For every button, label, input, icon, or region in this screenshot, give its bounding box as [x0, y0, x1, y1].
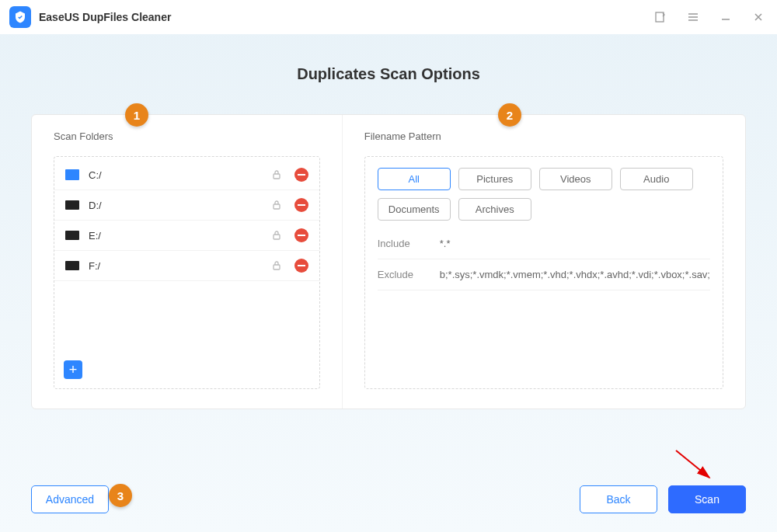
remove-folder-button[interactable]: [294, 198, 308, 212]
remove-folder-button[interactable]: [294, 228, 308, 242]
back-button[interactable]: Back: [580, 485, 657, 513]
lock-icon[interactable]: [270, 259, 284, 273]
folder-row[interactable]: D:/: [54, 190, 319, 221]
menu-icon[interactable]: [684, 8, 702, 26]
annotation-arrow: [672, 447, 719, 485]
filename-pattern-title: Filename Pattern: [364, 130, 723, 142]
scan-button[interactable]: Scan: [668, 485, 746, 513]
drive-icon: [65, 200, 79, 210]
drive-label: E:/: [89, 230, 270, 242]
minimize-icon[interactable]: [716, 8, 735, 26]
svg-rect-2: [274, 204, 280, 209]
category-audio[interactable]: Audio: [620, 168, 693, 190]
scan-folders-title: Scan Folders: [54, 130, 320, 142]
folder-row[interactable]: F:/: [54, 251, 319, 281]
add-folder-button[interactable]: +: [64, 360, 82, 379]
exclude-value: b;*.sys;*.vmdk;*.vmem;*.vhd;*.vhdx;*.avh…: [440, 269, 710, 280]
app-logo: [9, 6, 31, 28]
svg-line-5: [676, 450, 709, 478]
drive-icon: [65, 231, 79, 240]
filename-pattern-panel: Filename Pattern All Pictures Videos Aud…: [342, 115, 745, 409]
category-videos[interactable]: Videos: [539, 168, 612, 190]
include-field[interactable]: Include *.*: [378, 228, 710, 259]
scan-folders-panel: Scan Folders C:/ D:/ E:/: [32, 115, 342, 409]
drive-icon: [65, 169, 79, 180]
drive-icon: [65, 261, 79, 270]
drive-label: F:/: [89, 260, 270, 272]
remove-folder-button[interactable]: [294, 259, 308, 273]
svg-rect-3: [274, 235, 280, 239]
close-icon[interactable]: [749, 8, 768, 26]
category-documents[interactable]: Documents: [378, 198, 451, 221]
drive-label: C:/: [89, 169, 270, 181]
footer: Advanced Back Scan: [31, 485, 746, 513]
category-all[interactable]: All: [378, 168, 451, 190]
page-title: Duplicates Scan Options: [31, 65, 746, 83]
advanced-button[interactable]: Advanced: [31, 485, 109, 513]
app-title: EaseUS DupFiles Cleaner: [39, 11, 171, 23]
lock-icon[interactable]: [270, 168, 284, 182]
category-row: All Pictures Videos Audio: [378, 168, 710, 190]
lock-icon[interactable]: [270, 228, 284, 242]
exclude-field[interactable]: Exclude b;*.sys;*.vmdk;*.vmem;*.vhd;*.vh…: [378, 259, 710, 290]
svg-rect-1: [274, 174, 280, 179]
drive-label: D:/: [89, 200, 270, 211]
window-controls: [651, 8, 768, 26]
category-row: Documents Archives: [378, 198, 710, 221]
remove-folder-button[interactable]: [294, 168, 308, 182]
svg-rect-4: [274, 265, 280, 269]
options-panels: 1 2 Scan Folders C:/ D:/: [31, 114, 746, 409]
annotation-marker-3: 3: [109, 484, 132, 507]
include-value: *.*: [440, 238, 710, 249]
include-label: Include: [378, 238, 440, 249]
folder-row[interactable]: C:/: [54, 160, 319, 190]
exclude-label: Exclude: [378, 269, 440, 280]
annotation-marker-1: 1: [125, 103, 148, 127]
category-pictures[interactable]: Pictures: [458, 168, 531, 190]
pattern-box: All Pictures Videos Audio Documents Arch…: [364, 156, 723, 389]
category-archives[interactable]: Archives: [458, 198, 531, 221]
note-icon[interactable]: [651, 8, 670, 26]
lock-icon[interactable]: [270, 198, 284, 212]
svg-rect-0: [656, 12, 664, 22]
annotation-marker-2: 2: [498, 103, 521, 127]
folder-list: C:/ D:/ E:/ F:/: [54, 156, 320, 389]
folder-row[interactable]: E:/: [54, 221, 319, 251]
titlebar: EaseUS DupFiles Cleaner: [0, 0, 777, 34]
